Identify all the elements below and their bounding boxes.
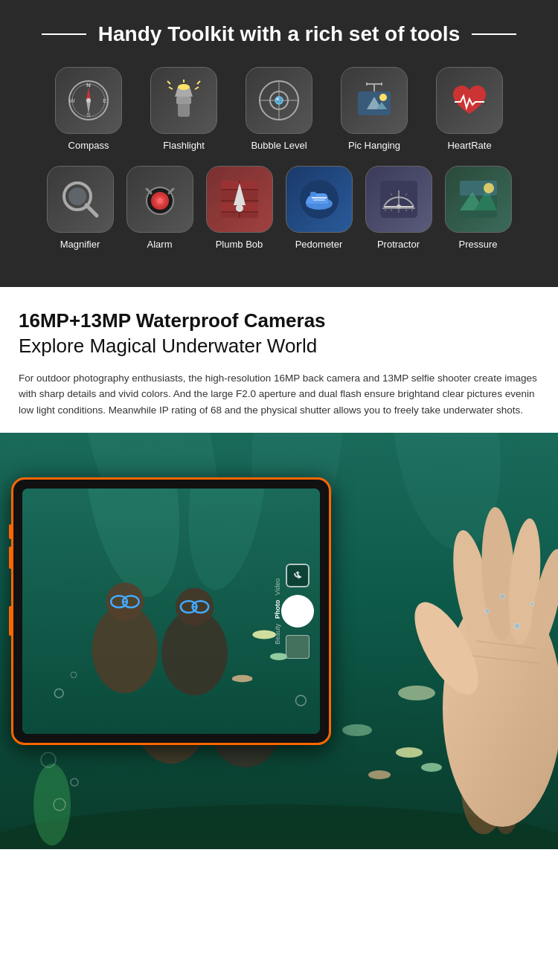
svg-point-119 — [232, 675, 253, 683]
protractor-label: Protractor — [377, 239, 420, 250]
side-button-vol-down[interactable] — [9, 547, 13, 569]
svg-line-16 — [169, 87, 173, 89]
heartrate-label: HeartRate — [447, 140, 491, 151]
alarm-label: Alarm — [147, 239, 173, 250]
svg-point-22 — [275, 97, 283, 104]
camera-title-bold: 16MP+13MP Waterproof Cameras — [19, 309, 539, 332]
svg-point-132 — [514, 623, 520, 629]
side-button-shutter[interactable] — [9, 606, 13, 636]
protractor-icon — [365, 166, 432, 233]
camera-ui-overlay — [281, 564, 314, 659]
tab-photo[interactable]: Photo — [274, 600, 281, 619]
compass-icon: N S W E — [55, 67, 122, 134]
tool-pressure[interactable]: Pressure — [443, 166, 513, 250]
svg-point-8 — [86, 98, 91, 103]
svg-rect-53 — [310, 192, 316, 196]
svg-point-133 — [530, 602, 534, 606]
plumb-label: Plumb Bob — [216, 239, 263, 250]
pressure-icon — [445, 166, 512, 233]
svg-line-13 — [167, 81, 170, 84]
tab-video[interactable]: Video — [274, 578, 281, 596]
camera-section: 16MP+13MP Waterproof Cameras Explore Mag… — [0, 287, 558, 433]
svg-point-134 — [500, 594, 505, 599]
tool-compass[interactable]: N S W E Compass — [48, 67, 129, 151]
toolkit-title: Handy Toolkit with a rich set of tools — [15, 22, 543, 46]
svg-point-131 — [485, 609, 490, 613]
tools-row-2: Magnifier Alarm — [15, 166, 543, 250]
tool-flashlight[interactable]: Flashlight — [143, 67, 225, 151]
pedometer-label: Pedometer — [295, 239, 343, 250]
flashlight-icon — [150, 67, 217, 134]
svg-line-39 — [147, 189, 151, 193]
tool-protractor[interactable]: Protractor — [363, 166, 434, 250]
flip-camera-button[interactable] — [286, 564, 310, 587]
magnifier-icon — [47, 166, 114, 233]
bubble-icon — [246, 67, 312, 134]
toolkit-section: Handy Toolkit with a rich set of tools N… — [0, 0, 558, 287]
pic-icon — [341, 67, 408, 134]
shutter-button[interactable] — [281, 595, 314, 628]
svg-point-33 — [68, 187, 86, 205]
pressure-label: Pressure — [458, 239, 497, 250]
svg-line-34 — [86, 205, 97, 216]
svg-line-17 — [195, 87, 199, 89]
svg-text:N: N — [86, 82, 91, 88]
flashlight-label: Flashlight — [163, 140, 205, 151]
pic-label: Pic Hanging — [348, 140, 400, 151]
svg-point-75 — [484, 183, 494, 193]
underwater-section: Video Photo Beauty — [0, 433, 558, 849]
compass-label: Compass — [68, 140, 109, 151]
tab-beauty[interactable]: Beauty — [274, 624, 281, 645]
tool-plumb[interactable]: Plumb Bob — [204, 166, 275, 250]
tool-alarm[interactable]: Alarm — [124, 166, 195, 250]
pedometer-icon — [286, 166, 353, 233]
photo-thumbnail[interactable] — [286, 635, 310, 659]
svg-point-117 — [252, 631, 276, 639]
svg-text:E: E — [103, 97, 106, 104]
tool-pic[interactable]: Pic Hanging — [333, 67, 415, 151]
side-button-vol-up[interactable] — [9, 524, 13, 539]
camera-description: For outdoor photography enthusiasts, the… — [19, 370, 539, 419]
tool-magnifier[interactable]: Magnifier — [45, 166, 115, 250]
svg-point-50 — [236, 204, 243, 212]
camera-tabs: Video Photo Beauty — [274, 578, 281, 644]
svg-rect-10 — [176, 97, 191, 104]
tool-pedometer[interactable]: Pedometer — [283, 166, 354, 250]
svg-line-15 — [197, 81, 200, 84]
phone-mockup: Video Photo Beauty — [11, 477, 331, 745]
tool-heartrate[interactable]: HeartRate — [429, 67, 510, 151]
svg-text:W: W — [69, 97, 75, 104]
magnifier-label: Magnifier — [60, 239, 100, 250]
heartrate-icon — [436, 67, 503, 134]
camera-title-light: Explore Magical Underwater World — [19, 332, 539, 359]
svg-point-27 — [379, 94, 387, 101]
svg-point-38 — [157, 198, 163, 204]
alarm-icon — [126, 166, 193, 233]
tool-bubble[interactable]: Bubble Level — [238, 67, 320, 151]
bubble-label: Bubble Level — [251, 140, 307, 151]
hand-holding-phone — [339, 500, 558, 849]
tools-row-1: N S W E Compass — [15, 67, 543, 151]
svg-line-40 — [169, 189, 173, 193]
svg-point-12 — [178, 84, 190, 90]
plumb-icon — [206, 166, 273, 233]
svg-point-23 — [277, 98, 279, 100]
